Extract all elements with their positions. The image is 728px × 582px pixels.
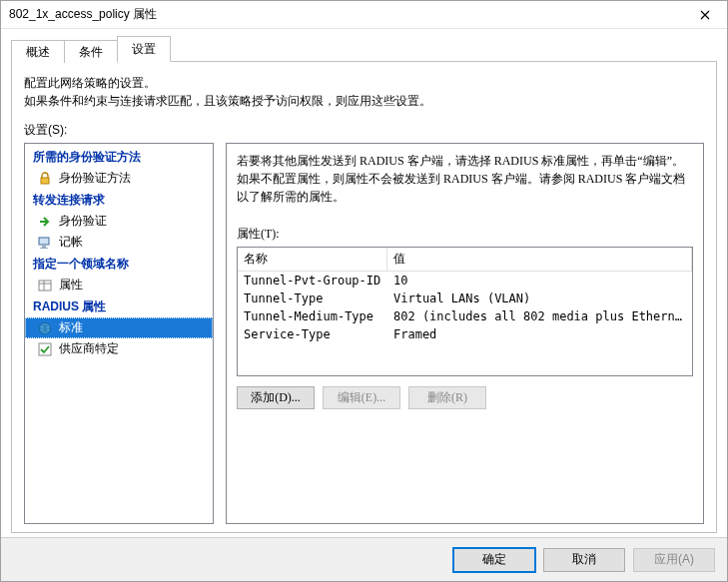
tree-item-identity-label: 身份验证 (59, 213, 107, 230)
close-button[interactable] (683, 1, 727, 29)
detail-description: 若要将其他属性发送到 RADIUS 客户端，请选择 RADIUS 标准属性，再单… (237, 152, 693, 206)
ok-button[interactable]: 确定 (453, 548, 535, 572)
cell-name: Tunnel-Type (238, 291, 387, 306)
cell-name: Tunnel-Medium-Type (238, 308, 387, 324)
tree-item-accounting[interactable]: 记帐 (25, 232, 213, 253)
split-area: 所需的身份验证方法 身份验证方法 转发连接请求 身份验证 (24, 143, 704, 524)
svg-rect-4 (39, 281, 51, 291)
arrow-right-icon (37, 214, 53, 230)
detail-pane: 若要将其他属性发送到 RADIUS 客户端，请选择 RADIUS 标准属性，再单… (226, 143, 704, 524)
intro-line1: 配置此网络策略的设置。 (24, 76, 156, 90)
table-row[interactable]: Tunnel-Medium-Type 802 (includes all 802… (238, 307, 692, 325)
cancel-button[interactable]: 取消 (543, 548, 625, 572)
tree-item-identity[interactable]: 身份验证 (25, 211, 213, 232)
svg-rect-2 (42, 246, 46, 248)
computer-icon (37, 235, 53, 251)
add-button[interactable]: 添加(D)... (237, 386, 315, 409)
svg-rect-1 (39, 238, 49, 245)
globe-icon (37, 320, 53, 336)
table-row[interactable]: Service-Type Framed (238, 325, 692, 343)
col-header-value[interactable]: 值 (387, 248, 692, 271)
tree-group-forward: 转发连接请求 (25, 189, 213, 211)
window-title: 802_1x_access_policy 属性 (9, 6, 683, 23)
tree-group-radius: RADIUS 属性 (25, 295, 213, 317)
tree-item-standard[interactable]: 标准 (25, 317, 213, 338)
lock-icon (37, 171, 53, 187)
tab-settings[interactable]: 设置 (117, 36, 171, 62)
attributes-list[interactable]: 名称 值 Tunnel-Pvt-Group-ID 10 Tunnel-Type … (237, 247, 693, 376)
apply-button[interactable]: 应用(A) (633, 548, 715, 572)
tree-item-attribute-label: 属性 (59, 277, 83, 293)
table-row[interactable]: Tunnel-Pvt-Group-ID 10 (238, 272, 692, 290)
tree-item-attribute[interactable]: 属性 (25, 275, 213, 295)
tab-settings-label: 设置 (132, 42, 156, 56)
attributes-label: 属性(T): (237, 226, 693, 243)
tree-item-standard-label: 标准 (59, 319, 83, 336)
tree-item-vendor-label: 供应商特定 (59, 340, 119, 357)
close-icon (700, 10, 710, 20)
tab-overview[interactable]: 概述 (11, 40, 65, 63)
table-row[interactable]: Tunnel-Type Virtual LANs (VLAN) (238, 290, 692, 307)
intro-text: 配置此网络策略的设置。 如果条件和约束与连接请求匹配，且该策略授予访问权限，则应… (24, 74, 704, 110)
dialog-footer: 确定 取消 应用(A) (1, 537, 727, 581)
titlebar: 802_1x_access_policy 属性 (1, 1, 727, 29)
tree-item-auth-method[interactable]: 身份验证方法 (25, 168, 213, 189)
checkbox-icon (37, 341, 53, 357)
attributes-header: 名称 值 (238, 248, 692, 272)
col-header-name[interactable]: 名称 (238, 248, 387, 271)
cell-value: 802 (includes all 802 media plus Etherne… (387, 308, 692, 324)
tab-conditions-label: 条件 (79, 45, 103, 59)
tree-item-accounting-label: 记帐 (59, 234, 83, 251)
settings-tree[interactable]: 所需的身份验证方法 身份验证方法 转发连接请求 身份验证 (24, 143, 214, 524)
intro-line2: 如果条件和约束与连接请求匹配，且该策略授予访问权限，则应用这些设置。 (24, 94, 431, 108)
tree-group-realm: 指定一个领域名称 (25, 253, 213, 275)
settings-panel: 配置此网络策略的设置。 如果条件和约束与连接请求匹配，且该策略授予访问权限，则应… (11, 61, 717, 533)
cell-value: 10 (387, 273, 692, 289)
svg-rect-3 (40, 248, 48, 249)
cell-name: Tunnel-Pvt-Group-ID (238, 273, 387, 289)
cell-value: Framed (387, 326, 692, 342)
cell-value: Virtual LANs (VLAN) (387, 291, 692, 306)
dialog-content: 概述 条件 设置 配置此网络策略的设置。 如果条件和约束与连接请求匹配，且该策略… (1, 29, 727, 537)
property-icon (37, 278, 53, 293)
attribute-buttons: 添加(D)... 编辑(E)... 删除(R) (237, 386, 693, 409)
properties-dialog: 802_1x_access_policy 属性 概述 条件 设置 配置此网络策略… (0, 0, 728, 582)
svg-rect-0 (41, 178, 49, 184)
edit-button[interactable]: 编辑(E)... (323, 386, 400, 409)
settings-label: 设置(S): (24, 122, 704, 139)
cell-name: Service-Type (238, 326, 387, 342)
tree-item-vendor[interactable]: 供应商特定 (25, 338, 213, 359)
tab-overview-label: 概述 (26, 45, 50, 59)
tree-group-auth: 所需的身份验证方法 (25, 146, 213, 168)
tree-item-auth-method-label: 身份验证方法 (59, 170, 131, 187)
tab-strip: 概述 条件 设置 (11, 37, 717, 61)
svg-rect-6 (39, 343, 51, 355)
remove-button[interactable]: 删除(R) (408, 386, 486, 409)
tab-conditions[interactable]: 条件 (64, 40, 118, 63)
